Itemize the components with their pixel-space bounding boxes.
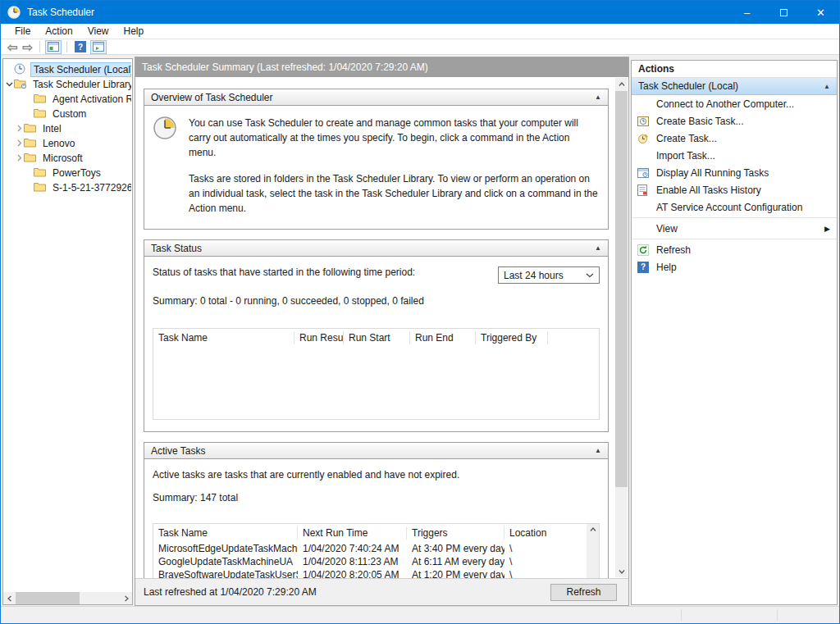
chevron-right-icon[interactable] [14, 153, 24, 164]
minimize-button[interactable]: – [728, 1, 765, 24]
tree-item-label: Agent Activation Runt [50, 93, 131, 106]
toolbar-separator [66, 41, 67, 52]
scrollbar-thumb[interactable] [16, 592, 80, 604]
menu-action[interactable]: Action [38, 25, 80, 37]
tree-item-microsoft[interactable]: Microsoft [4, 151, 131, 166]
show-console-tree-button[interactable] [45, 40, 62, 54]
collapse-icon[interactable]: ▲ [595, 93, 601, 101]
status-bar [1, 606, 839, 623]
folder-icon [24, 138, 37, 150]
tree-item-label: S-1-5-21-3772926790- [50, 181, 131, 194]
actions-panel: Actions Task Scheduler (Local) ▲ Connect… [631, 60, 838, 605]
task-status-section-header[interactable]: Task Status ▲ [144, 240, 608, 257]
create-task-icon [637, 133, 651, 144]
console-tree-icon [48, 42, 59, 52]
tree-item-agent-activation[interactable]: Agent Activation Runt [4, 92, 131, 107]
refresh-button[interactable]: Refresh [550, 584, 617, 601]
submenu-arrow-icon: ▶ [824, 225, 830, 233]
tree-item-intel[interactable]: Intel [4, 121, 131, 136]
action-create-basic-task[interactable]: Create Basic Task... [632, 112, 837, 130]
action-view[interactable]: View ▶ [632, 220, 837, 237]
menu-help[interactable]: Help [116, 25, 152, 37]
chevron-down-icon [586, 273, 594, 278]
table-row[interactable]: BraveSoftwareUpdateTaskUserS-1-... 1/04/… [153, 568, 587, 578]
column-header-location[interactable]: Location [504, 526, 587, 540]
tree-item-label: Custom [50, 107, 89, 121]
scroll-up-icon[interactable] [587, 524, 599, 535]
toolbar: ⇦ ⇨ ? [1, 39, 839, 55]
maximize-button[interactable] [765, 1, 802, 24]
chevron-down-icon[interactable] [4, 79, 14, 90]
column-header-next-run-time[interactable]: Next Run Time [298, 526, 407, 540]
tree-item-powertoys[interactable]: PowerToys [4, 166, 131, 180]
action-refresh[interactable]: Refresh [632, 241, 837, 258]
scrollbar-thumb[interactable] [615, 91, 628, 487]
summary-vertical-scrollbar[interactable] [615, 78, 628, 577]
menu-view[interactable]: View [80, 25, 116, 37]
task-status-empty-area [153, 347, 599, 419]
collapse-icon[interactable]: ▲ [824, 83, 830, 90]
library-folder-icon [14, 78, 27, 91]
tree-item-sid-folder[interactable]: S-1-5-21-3772926790- [4, 180, 131, 195]
scroll-right-icon[interactable] [120, 592, 132, 604]
action-enable-all-tasks-history[interactable]: Enable All Tasks History [632, 181, 837, 198]
scroll-up-icon[interactable] [615, 78, 628, 90]
active-tasks-table: Task Name Next Run Time Triggers Locatio… [153, 523, 600, 578]
console-tree-panel: Task Scheduler (Local) Task Scheduler Li… [2, 58, 133, 605]
folder-icon [34, 93, 47, 106]
last-refreshed-text: Last refreshed at 1/04/2020 7:29:20 AM [144, 586, 317, 598]
help-button[interactable]: ? [72, 40, 89, 54]
table-row[interactable]: GoogleUpdateTaskMachineUA 1/04/2020 8:11… [153, 555, 587, 568]
overview-paragraph-1: You can use Task Scheduler to create and… [189, 116, 598, 160]
tree-item-task-scheduler-library[interactable]: Task Scheduler Library [4, 77, 131, 92]
table-row[interactable]: MicrosoftEdgeUpdateTaskMachine... 1/04/2… [153, 542, 587, 555]
time-period-value: Last 24 hours [504, 270, 564, 281]
collapse-icon[interactable]: ▲ [595, 244, 601, 252]
column-header-task-name[interactable]: Task Name [153, 331, 294, 344]
show-action-pane-button[interactable] [90, 40, 107, 54]
column-header-triggered-by[interactable]: Triggered By [476, 331, 548, 344]
collapse-icon[interactable]: ▲ [595, 447, 601, 454]
task-status-summary: Summary: 0 total - 0 running, 0 succeede… [153, 295, 600, 307]
forward-arrow-icon[interactable]: ⇨ [21, 41, 35, 53]
actions-group-header[interactable]: Task Scheduler (Local) ▲ [632, 78, 837, 95]
tree-item-custom[interactable]: Custom [4, 107, 131, 121]
create-basic-task-icon [637, 116, 651, 127]
actions-separator [632, 217, 837, 218]
action-at-service-account-configuration[interactable]: AT Service Account Configuration [632, 198, 837, 216]
help-icon: ? [75, 41, 86, 52]
action-connect-to-another-computer[interactable]: Connect to Another Computer... [632, 95, 837, 112]
active-tasks-vertical-scrollbar[interactable] [587, 524, 599, 578]
time-period-label: Status of tasks that have started in the… [153, 266, 415, 278]
column-header-task-name[interactable]: Task Name [153, 526, 298, 540]
active-tasks-description: Active tasks are tasks that are currentl… [153, 469, 600, 481]
column-header-triggers[interactable]: Triggers [407, 526, 504, 540]
folder-icon [34, 108, 47, 121]
overview-section-header[interactable]: Overview of Task Scheduler ▲ [144, 89, 608, 106]
actions-panel-title: Actions [632, 61, 837, 78]
tree-item-lenovo[interactable]: Lenovo [4, 136, 131, 151]
menu-file[interactable]: File [7, 25, 38, 37]
action-display-all-running-tasks[interactable]: Display All Running Tasks [632, 164, 837, 181]
column-header-run-result[interactable]: Run Result [294, 331, 344, 344]
refresh-icon [637, 244, 651, 256]
close-button[interactable]: ✕ [802, 1, 839, 24]
folder-icon [24, 153, 37, 165]
action-create-task[interactable]: Create Task... [632, 130, 837, 147]
tree-horizontal-scrollbar[interactable] [3, 592, 132, 604]
tree-item-task-scheduler-local[interactable]: Task Scheduler (Local) [4, 62, 131, 77]
column-header-run-start[interactable]: Run Start [344, 331, 410, 344]
running-tasks-icon [637, 168, 651, 178]
time-period-dropdown[interactable]: Last 24 hours [498, 266, 600, 284]
chevron-right-icon[interactable] [14, 123, 24, 134]
active-tasks-section-header[interactable]: Active Tasks ▲ [144, 443, 608, 459]
chevron-right-icon[interactable] [14, 138, 24, 149]
scroll-down-icon[interactable] [615, 565, 628, 577]
action-help[interactable]: ? Help [632, 258, 837, 276]
task-status-table: Task Name Run Result Run Start Run End T… [153, 328, 600, 420]
action-import-task[interactable]: Import Task... [632, 147, 837, 164]
column-header-run-end[interactable]: Run End [410, 331, 476, 344]
scroll-left-icon[interactable] [3, 592, 16, 604]
overview-section: Overview of Task Scheduler ▲ You can use [144, 89, 609, 230]
back-arrow-icon[interactable]: ⇦ [6, 41, 20, 53]
